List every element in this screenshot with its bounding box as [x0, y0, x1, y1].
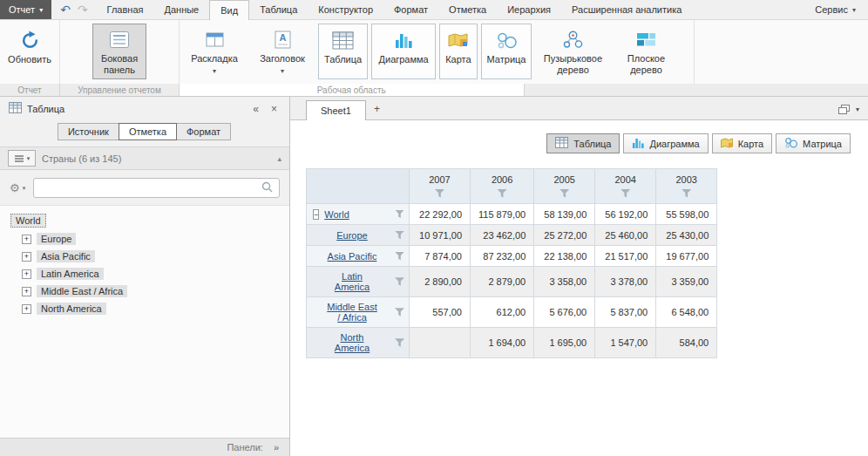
cell[interactable]: 3 359,00	[656, 267, 717, 297]
panel-close-icon[interactable]: ×	[268, 103, 281, 115]
tree-root-label[interactable]: World	[10, 214, 46, 228]
tab-otmetka[interactable]: Отметка	[438, 0, 497, 19]
filter-icon[interactable]	[498, 189, 507, 198]
row-link[interactable]: Middle East / Africa	[325, 302, 379, 323]
cell[interactable]: 6 548,00	[656, 297, 717, 328]
row-header-world[interactable]: −World	[307, 204, 410, 225]
windows-icon[interactable]	[838, 105, 850, 114]
filter-icon[interactable]	[395, 210, 404, 219]
tab-format-panel[interactable]: Формат	[176, 123, 231, 140]
column-header-2007[interactable]: 2007	[410, 169, 471, 204]
service-menu-button[interactable]: Сервис ▾	[803, 0, 868, 19]
row-header-europe[interactable]: Europe	[307, 225, 410, 246]
tab-vid[interactable]: Вид	[209, 0, 249, 20]
tab-format[interactable]: Формат	[383, 0, 438, 19]
filter-icon[interactable]	[395, 308, 404, 316]
side-panel-button[interactable]: Боковая панель	[92, 24, 146, 79]
filter-icon[interactable]	[682, 189, 691, 198]
cell[interactable]: 5 676,00	[534, 297, 595, 328]
tree-item[interactable]: + Asia Pacific	[22, 250, 279, 262]
search-input[interactable]	[40, 183, 261, 194]
cell[interactable]: 22 138,00	[534, 246, 595, 267]
tree-item-label[interactable]: North America	[37, 303, 106, 315]
view-chart-button[interactable]: Диаграмма	[623, 133, 708, 153]
row-header-asia-pacific[interactable]: Asia Pacific	[307, 246, 410, 267]
filter-icon[interactable]	[395, 231, 404, 240]
cell[interactable]: 21 517,00	[595, 246, 656, 267]
column-header-2006[interactable]: 2006	[471, 169, 534, 204]
chevron-down-icon[interactable]: ▾	[856, 105, 859, 113]
panel-collapse-icon[interactable]: «	[249, 103, 262, 115]
row-link[interactable]: North America	[325, 332, 379, 353]
cell[interactable]: 55 598,00	[656, 204, 717, 225]
tree-item-root[interactable]: World	[10, 214, 279, 228]
expand-icon[interactable]: +	[22, 304, 31, 314]
cell[interactable]: 25 272,00	[534, 225, 595, 246]
cell[interactable]: 19 677,00	[656, 246, 717, 267]
tab-dannye[interactable]: Данные	[153, 0, 209, 19]
tree-item[interactable]: + Europe	[22, 233, 279, 245]
cell[interactable]	[410, 328, 471, 358]
chart-view-button[interactable]: Диаграмма	[371, 24, 436, 79]
cell[interactable]: 7 874,00	[410, 246, 471, 267]
title-button[interactable]: A Заголовок ▾	[250, 24, 315, 79]
sheet-tab[interactable]: Sheet1	[306, 100, 366, 120]
tab-otmetka-panel[interactable]: Отметка	[119, 123, 177, 140]
corner-cell[interactable]	[307, 169, 410, 204]
cell[interactable]: 3 378,00	[595, 267, 656, 297]
filter-icon[interactable]	[395, 277, 404, 286]
filter-icon[interactable]	[435, 189, 444, 198]
undo-icon[interactable]: ↶	[60, 3, 71, 17]
dimension-menu-button[interactable]: ▾	[8, 150, 36, 167]
layout-button[interactable]: Раскладка ▾	[182, 24, 247, 79]
settings-button[interactable]: ⚙ ▾	[10, 181, 25, 194]
expand-icon[interactable]: +	[22, 269, 31, 279]
add-sheet-button[interactable]: +	[366, 99, 388, 119]
cell[interactable]: 1 547,00	[595, 328, 656, 358]
refresh-button[interactable]: Обновить	[2, 24, 58, 79]
tab-ierarkhiya[interactable]: Иерархия	[497, 0, 561, 19]
matrix-view-button[interactable]: Матрица	[481, 24, 532, 79]
cell[interactable]: 2 890,00	[410, 267, 471, 297]
cell[interactable]: 557,00	[410, 297, 471, 328]
cell[interactable]: 23 462,00	[471, 225, 534, 246]
cell[interactable]: 3 358,00	[534, 267, 595, 297]
cell[interactable]: 25 430,00	[656, 225, 717, 246]
cell[interactable]: 58 139,00	[534, 204, 595, 225]
map-view-button[interactable]: Карта	[439, 24, 477, 79]
cell[interactable]: 87 232,00	[471, 246, 534, 267]
section-collapse-icon[interactable]: ▴	[277, 154, 281, 163]
row-link[interactable]: Latin America	[325, 271, 379, 292]
cell[interactable]: 25 460,00	[595, 225, 656, 246]
tree-item[interactable]: + North America	[22, 303, 279, 315]
view-map-button[interactable]: Карта	[712, 133, 772, 153]
tree-item[interactable]: + Middle East / Africa	[22, 285, 279, 297]
redo-icon[interactable]: ↷	[78, 3, 88, 17]
cell[interactable]: 612,00	[471, 297, 534, 328]
collapse-icon[interactable]: −	[313, 209, 319, 220]
expand-icon[interactable]: +	[22, 252, 31, 262]
row-link[interactable]: Asia Pacific	[328, 251, 377, 262]
tab-istochnik[interactable]: Источник	[58, 123, 119, 140]
tab-glavnaya[interactable]: Главная	[97, 0, 154, 19]
expand-icon[interactable]: +	[22, 235, 31, 244]
table-view-button[interactable]: Таблица	[318, 24, 368, 79]
cell[interactable]: 22 292,00	[410, 204, 471, 225]
column-header-2004[interactable]: 2004	[595, 169, 656, 204]
row-link[interactable]: World	[324, 209, 349, 220]
row-link[interactable]: Europe	[336, 230, 367, 241]
cell[interactable]: 56 192,00	[595, 204, 656, 225]
cell[interactable]: 584,00	[656, 328, 717, 358]
row-header-latin-america[interactable]: Latin America	[307, 267, 410, 297]
cell[interactable]: 10 971,00	[410, 225, 471, 246]
bubble-tree-button[interactable]: Пузырьковое дерево	[535, 24, 610, 79]
tree-item-label[interactable]: Middle East / Africa	[37, 285, 127, 297]
search-icon[interactable]	[261, 181, 273, 194]
view-table-button[interactable]: Таблица	[546, 133, 620, 153]
row-header-middle-east-africa[interactable]: Middle East / Africa	[307, 297, 410, 328]
tree-item-label[interactable]: Asia Pacific	[37, 250, 95, 262]
row-header-north-america[interactable]: North America	[307, 328, 410, 358]
expand-icon[interactable]: +	[22, 287, 31, 296]
filter-icon[interactable]	[395, 252, 404, 261]
tab-tablitsa[interactable]: Таблица	[249, 0, 308, 19]
